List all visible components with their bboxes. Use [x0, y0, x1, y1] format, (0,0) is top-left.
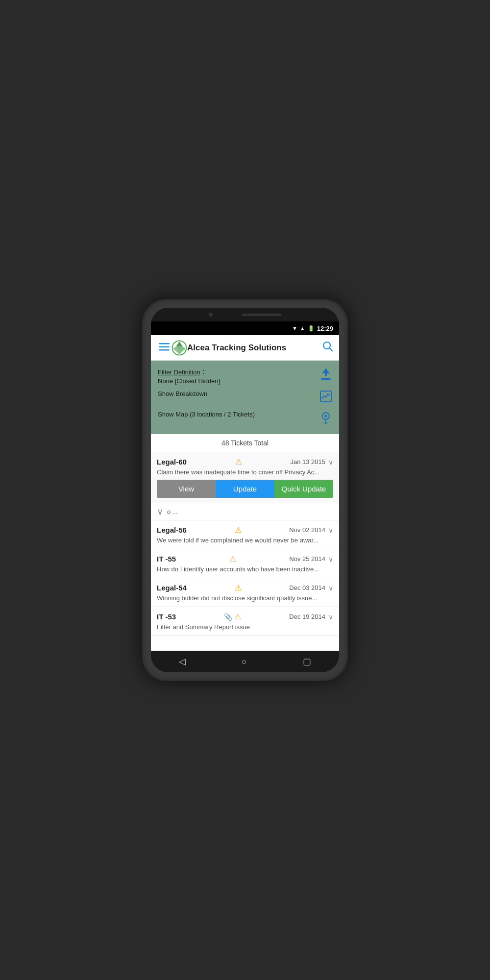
ticket-desc-it-55: How do I identify user accounts who have…: [157, 565, 333, 573]
status-time: 12:29: [317, 325, 333, 332]
recent-button[interactable]: ▢: [293, 652, 321, 671]
quick-update-button-legal-60[interactable]: Quick Update: [274, 480, 333, 498]
ticket-date-it-53: Dec 19 2014 ∨: [289, 613, 333, 621]
tickets-list: Legal-60 ⚠ Jan 13 2015 ∨ Claim there was…: [151, 452, 339, 651]
ticket-date-legal-56: Nov 02 2014 ∨: [289, 526, 333, 534]
ticket-header-it-55: IT -55 ⚠ Nov 25 2014 ∨: [157, 554, 333, 564]
home-button[interactable]: ○: [232, 653, 257, 671]
filter-value: None [Closed Hidden]: [158, 377, 220, 385]
status-icons: ▼ ▲ 🔋 12:29: [292, 325, 333, 332]
ticket-item-it-53[interactable]: IT -53 📎 ⚠ Dec 19 2014 ∨ Filter and Summ…: [151, 607, 339, 636]
signal-icon: ▲: [300, 325, 305, 331]
show-map-label: Show Map (3 locations / 2 Tickets): [158, 411, 255, 418]
filter-colon: :: [200, 368, 205, 376]
chevron-icon-it-53[interactable]: ∨: [328, 613, 333, 621]
ticket-id-it-53: IT -53: [157, 612, 176, 621]
show-map-row[interactable]: Show Map (3 locations / 2 Tickets): [158, 411, 332, 427]
svg-rect-1: [159, 346, 170, 348]
ticket-header-legal-56: Legal-56 ⚠ Nov 02 2014 ∨: [157, 525, 333, 535]
phone-screen: ▼ ▲ 🔋 12:29: [151, 308, 339, 672]
app-container: Alcea Tracking Solutions Filter Definiti…: [151, 335, 339, 651]
show-breakdown-row[interactable]: Show Breakdown: [158, 390, 332, 406]
chevron-icon-legal-60[interactable]: ∨: [328, 458, 333, 466]
search-button[interactable]: [322, 341, 333, 355]
warning-icon-legal-60: ⚠: [235, 457, 242, 466]
back-button[interactable]: ◁: [169, 652, 196, 671]
ticket-id-it-55: IT -55: [157, 555, 176, 563]
ticket-item-legal-54[interactable]: Legal-54 ⚠ Dec 03 2014 ∨ Winning bidder …: [151, 578, 339, 607]
svg-point-13: [323, 422, 328, 424]
ticket-header-it-53: IT -53 📎 ⚠ Dec 19 2014 ∨: [157, 612, 333, 621]
svg-rect-6: [321, 378, 331, 380]
ticket-id-legal-60: Legal-60: [157, 458, 187, 466]
battery-icon: 🔋: [308, 325, 315, 332]
ticket-desc-it-53: Filter and Summary Report issue: [157, 623, 333, 631]
app-title: Alcea Tracking Solutions: [187, 343, 322, 353]
ticket-icons-legal-56: ⚠: [187, 525, 289, 535]
ticket-icons-legal-54: ⚠: [187, 583, 289, 592]
phone-device: ▼ ▲ 🔋 12:29: [142, 299, 348, 681]
ticket-item-it-55[interactable]: IT -55 ⚠ Nov 25 2014 ∨ How do I identify…: [151, 549, 339, 578]
paperclip-icon-it-53: 📎: [224, 613, 232, 621]
filter-panel: Filter Definition : None [Closed Hidden]…: [151, 361, 339, 434]
show-breakdown-label: Show Breakdown: [158, 390, 207, 397]
wifi-icon: ▼: [292, 325, 297, 331]
breakdown-chart-icon[interactable]: [319, 390, 332, 406]
warning-icon-legal-56: ⚠: [235, 525, 242, 535]
ticket-icons-it-55: ⚠: [176, 554, 289, 564]
ticket-id-legal-56: Legal-56: [157, 526, 187, 534]
ticket-item-legal-56[interactable]: Legal-56 ⚠ Nov 02 2014 ∨ We were told if…: [151, 520, 339, 549]
chevron-icon-legal-56[interactable]: ∨: [328, 526, 333, 534]
speaker-bar: [242, 314, 281, 316]
ticket-actions-legal-60: View Update Quick Update: [157, 480, 333, 498]
ticket-header-legal-60: Legal-60 ⚠ Jan 13 2015 ∨: [157, 457, 333, 466]
menu-button[interactable]: [157, 340, 172, 355]
app-logo: [172, 340, 187, 356]
map-pin-icon[interactable]: [319, 411, 332, 427]
ticket-desc-legal-56: We were told if we complained we would n…: [157, 537, 333, 544]
upload-button[interactable]: [319, 368, 332, 384]
ticket-desc-legal-54: Winning bidder did not disclose signific…: [157, 594, 333, 602]
warning-icon-legal-54: ⚠: [235, 583, 242, 592]
svg-marker-8: [322, 368, 330, 373]
ticket-desc-legal-60: Claim there was inadequate time to cover…: [157, 468, 333, 476]
tickets-total-bar: 48 Tickets Total: [151, 434, 339, 452]
camera-dot: [209, 313, 213, 317]
ticket-icons-it-53: 📎 ⚠: [176, 612, 289, 621]
warning-icon-it-55: ⚠: [229, 554, 236, 564]
chevron-icon-legal-54[interactable]: ∨: [328, 584, 333, 592]
svg-point-11: [325, 415, 327, 417]
ticket-icons-legal-60: ⚠: [187, 457, 291, 466]
ticket-date-legal-60: Jan 13 2015 ∨: [290, 458, 333, 466]
update-button-legal-60[interactable]: Update: [216, 480, 274, 498]
ticket-partial-prev: ∨ o ...: [151, 503, 339, 520]
chevron-icon-it-55[interactable]: ∨: [328, 555, 333, 563]
ticket-item-legal-60[interactable]: Legal-60 ⚠ Jan 13 2015 ∨ Claim there was…: [151, 452, 339, 503]
ticket-header-legal-54: Legal-54 ⚠ Dec 03 2014 ∨: [157, 583, 333, 592]
filter-definition-label: Filter Definition: [158, 368, 200, 376]
svg-rect-0: [159, 343, 170, 344]
partial-text: o ...: [167, 508, 178, 515]
warning-icon-it-53: ⚠: [234, 612, 241, 621]
partial-chevron: ∨: [157, 506, 163, 517]
ticket-date-it-55: Nov 25 2014 ∨: [289, 555, 333, 563]
svg-line-5: [330, 348, 333, 351]
status-bar: ▼ ▲ 🔋 12:29: [151, 321, 339, 335]
view-button-legal-60[interactable]: View: [157, 480, 216, 498]
top-nav: Alcea Tracking Solutions: [151, 335, 339, 361]
svg-rect-2: [159, 349, 170, 351]
phone-top-hardware: [151, 308, 339, 321]
bottom-nav-bar: ◁ ○ ▢: [151, 651, 339, 672]
filter-definition-row: Filter Definition : None [Closed Hidden]: [158, 368, 332, 385]
ticket-date-legal-54: Dec 03 2014 ∨: [289, 584, 333, 592]
filter-definition-text: Filter Definition : None [Closed Hidden]: [158, 368, 220, 385]
ticket-id-legal-54: Legal-54: [157, 584, 187, 592]
